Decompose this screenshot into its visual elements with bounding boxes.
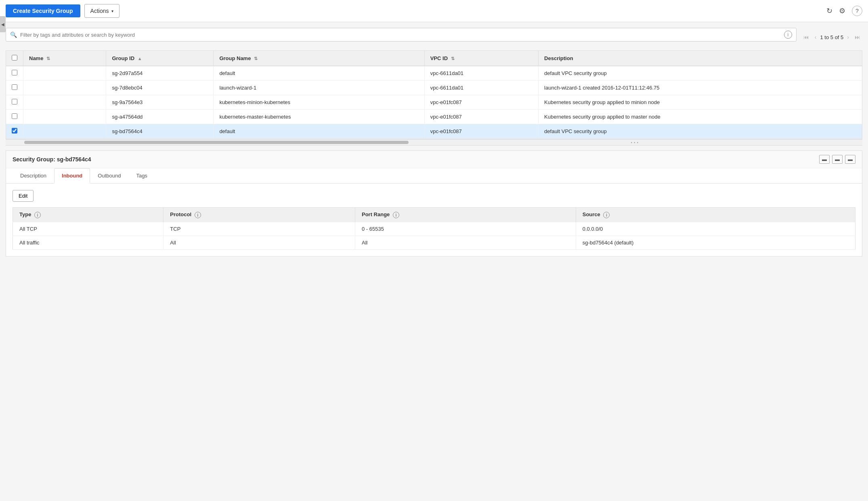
row-description: Kubernetes security group applied to mas…	[539, 110, 862, 124]
row-checkbox-cell	[6, 124, 23, 139]
inbound-type: All traffic	[13, 236, 164, 249]
row-checkbox[interactable]	[12, 113, 17, 119]
row-checkbox[interactable]	[12, 99, 17, 104]
row-description: launch-wizard-1 created 2016-12-01T11:12…	[539, 81, 862, 95]
edit-button[interactable]: Edit	[13, 190, 34, 202]
table-row[interactable]: sg-a47564dd kubernetes-master-kubernetes…	[6, 110, 862, 124]
toolbar-right: ↻ ⚙ ?	[826, 6, 862, 16]
row-name	[23, 95, 106, 110]
row-checkbox-cell	[6, 81, 23, 95]
inbound-col-protocol: Protocol i	[164, 208, 355, 222]
left-arrow-icon: ◀	[1, 22, 4, 27]
row-checkbox[interactable]	[12, 128, 17, 134]
row-group-id: sg-9a7564e3	[106, 95, 214, 110]
row-group-name: kubernetes-minion-kubernetes	[214, 95, 424, 110]
select-all-header	[6, 51, 23, 66]
inbound-source: sg-bd7564c4 (default)	[576, 236, 855, 249]
first-page-button[interactable]: ⏮	[801, 33, 811, 41]
select-all-checkbox[interactable]	[12, 55, 17, 61]
inbound-tab-content: Edit Type i Protocol i Port Range	[6, 184, 862, 256]
sort-icon: ⇅	[46, 56, 50, 61]
inbound-rules-table: Type i Protocol i Port Range i Source	[13, 207, 855, 250]
detail-panel: Security Group: sg-bd7564c4 ▬ ▬ ▬ Descri…	[6, 150, 862, 257]
row-group-id: sg-a47564dd	[106, 110, 214, 124]
detail-view-icons: ▬ ▬ ▬	[819, 155, 855, 164]
create-security-group-button[interactable]: Create Security Group	[6, 4, 80, 17]
row-name	[23, 110, 106, 124]
row-group-id: sg-7d8ebc04	[106, 81, 214, 95]
protocol-info-icon: i	[195, 212, 201, 218]
prev-page-button[interactable]: ‹	[813, 33, 819, 41]
row-checkbox-cell	[6, 110, 23, 124]
row-group-name: launch-wizard-1	[214, 81, 424, 95]
sort-icon-3: ⇅	[451, 56, 455, 61]
table-container: Name ⇅ Group ID ▲ Group Name ⇅ VPC ID ⇅	[6, 50, 862, 139]
table-row[interactable]: sg-9a7564e3 kubernetes-minion-kubernetes…	[6, 95, 862, 110]
settings-button[interactable]: ⚙	[839, 6, 845, 15]
search-bar: 🔍 i	[6, 28, 797, 42]
sort-asc-icon: ▲	[138, 56, 142, 61]
inbound-protocol: All	[164, 236, 355, 249]
type-info-icon: i	[34, 212, 41, 218]
next-page-button[interactable]: ›	[845, 33, 851, 41]
row-group-name: default	[214, 66, 424, 81]
row-vpc-id: vpc-6611da01	[424, 66, 538, 81]
tab-tags[interactable]: Tags	[128, 168, 155, 184]
help-button[interactable]: ?	[852, 6, 862, 16]
row-vpc-id: vpc-e01fc087	[424, 124, 538, 139]
inbound-col-source: Source i	[576, 208, 855, 222]
detail-tabs: Description Inbound Outbound Tags	[6, 168, 862, 184]
toolbar: Create Security Group Actions ▾ ↻ ⚙ ?	[0, 0, 868, 22]
inbound-protocol: TCP	[164, 222, 355, 236]
inbound-port-range: All	[355, 236, 576, 249]
row-group-name: default	[214, 124, 424, 139]
search-input[interactable]	[20, 32, 781, 38]
actions-label: Actions	[90, 8, 109, 14]
horizontal-scrollbar[interactable]: •••	[6, 139, 862, 146]
inbound-type: All TCP	[13, 222, 164, 236]
row-vpc-id: vpc-e01fc087	[424, 95, 538, 110]
inbound-col-port-range: Port Range i	[355, 208, 576, 222]
row-group-id: sg-2d97a554	[106, 66, 214, 81]
pagination-text: 1 to 5 of 5	[820, 34, 844, 40]
sort-icon-2: ⇅	[254, 56, 258, 61]
row-checkbox[interactable]	[12, 70, 17, 75]
refresh-button[interactable]: ↻	[826, 6, 832, 15]
table-row[interactable]: sg-bd7564c4 default vpc-e01fc087 default…	[6, 124, 862, 139]
pagination-controls: ⏮ ‹ 1 to 5 of 5 › ⏭	[801, 33, 862, 41]
tab-inbound[interactable]: Inbound	[54, 168, 90, 184]
table-row[interactable]: sg-7d8ebc04 launch-wizard-1 vpc-6611da01…	[6, 81, 862, 95]
inbound-source: 0.0.0.0/0	[576, 222, 855, 236]
row-description: default VPC security group	[539, 66, 862, 81]
actions-button[interactable]: Actions ▾	[84, 4, 120, 18]
port-info-icon: i	[393, 212, 399, 218]
row-description: Kubernetes security group applied to min…	[539, 95, 862, 110]
chevron-down-icon: ▾	[111, 9, 113, 13]
row-group-id: sg-bd7564c4	[106, 124, 214, 139]
view-icon-3[interactable]: ▬	[845, 155, 855, 164]
table-row[interactable]: sg-2d97a554 default vpc-6611da01 default…	[6, 66, 862, 81]
last-page-button[interactable]: ⏭	[853, 33, 862, 41]
row-name	[23, 66, 106, 81]
row-checkbox[interactable]	[12, 84, 17, 90]
left-collapse-tab[interactable]: ◀	[0, 16, 6, 32]
row-checkbox-cell	[6, 66, 23, 81]
view-icon-1[interactable]: ▬	[819, 155, 830, 164]
tab-description[interactable]: Description	[13, 168, 54, 184]
search-help-icon[interactable]: i	[784, 31, 792, 39]
main-content: 🔍 i ⏮ ‹ 1 to 5 of 5 › ⏭ Name ⇅	[0, 22, 868, 262]
row-name	[23, 81, 106, 95]
view-icon-2[interactable]: ▬	[832, 155, 843, 164]
inbound-col-type: Type i	[13, 208, 164, 222]
scroll-thumb	[24, 141, 408, 144]
detail-title: Security Group: sg-bd7564c4	[13, 156, 91, 163]
col-description: Description	[539, 51, 862, 66]
detail-header: Security Group: sg-bd7564c4 ▬ ▬ ▬	[6, 151, 862, 168]
security-groups-table: Name ⇅ Group ID ▲ Group Name ⇅ VPC ID ⇅	[6, 51, 862, 139]
col-group-id: Group ID ▲	[106, 51, 214, 66]
inbound-table-row: All traffic All All sg-bd7564c4 (default…	[13, 236, 855, 249]
inbound-port-range: 0 - 65535	[355, 222, 576, 236]
tab-outbound[interactable]: Outbound	[90, 168, 128, 184]
row-vpc-id: vpc-e01fc087	[424, 110, 538, 124]
inbound-table-row: All TCP TCP 0 - 65535 0.0.0.0/0	[13, 222, 855, 236]
